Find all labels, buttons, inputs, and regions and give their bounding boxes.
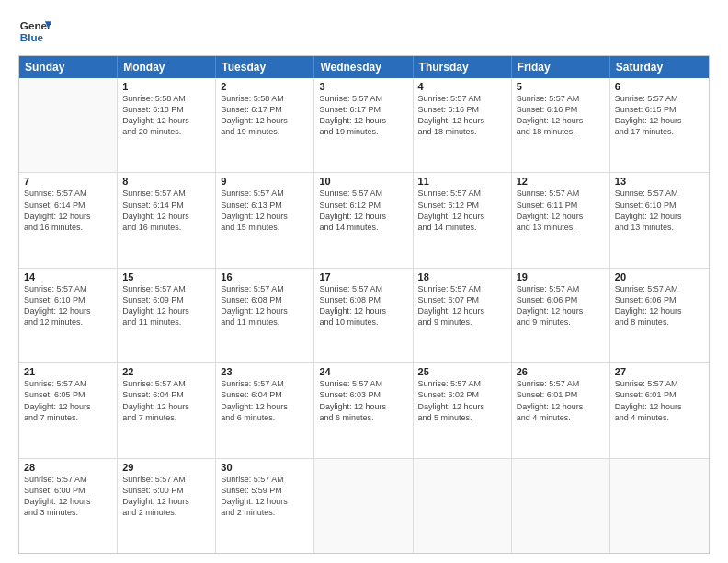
header-day-wednesday: Wednesday: [314, 56, 413, 78]
header-day-sunday: Sunday: [19, 56, 118, 78]
calendar-cell: [414, 459, 512, 553]
day-info: Sunrise: 5:57 AM Sunset: 6:12 PM Dayligh…: [418, 188, 506, 233]
calendar-cell: 13Sunrise: 5:57 AM Sunset: 6:10 PM Dayli…: [610, 173, 709, 267]
day-info: Sunrise: 5:57 AM Sunset: 6:10 PM Dayligh…: [615, 188, 704, 233]
day-number: 9: [221, 176, 309, 187]
day-number: 19: [517, 271, 605, 282]
calendar-cell: 11Sunrise: 5:57 AM Sunset: 6:12 PM Dayli…: [414, 173, 512, 267]
day-number: 14: [24, 271, 112, 282]
calendar-cell: 19Sunrise: 5:57 AM Sunset: 6:06 PM Dayli…: [512, 269, 610, 362]
day-number: 21: [24, 366, 112, 377]
calendar-cell: 1Sunrise: 5:58 AM Sunset: 6:18 PM Daylig…: [118, 78, 216, 172]
day-number: 29: [122, 462, 210, 473]
day-info: Sunrise: 5:57 AM Sunset: 6:13 PM Dayligh…: [221, 188, 309, 233]
calendar-cell: 20Sunrise: 5:57 AM Sunset: 6:06 PM Dayli…: [610, 269, 709, 362]
calendar-body: 1Sunrise: 5:58 AM Sunset: 6:18 PM Daylig…: [19, 78, 709, 553]
day-number: 16: [221, 271, 309, 282]
day-number: 23: [221, 366, 309, 377]
day-info: Sunrise: 5:57 AM Sunset: 6:16 PM Dayligh…: [418, 93, 506, 138]
day-number: 4: [418, 81, 506, 92]
day-number: 22: [122, 366, 210, 377]
day-info: Sunrise: 5:57 AM Sunset: 6:12 PM Dayligh…: [319, 188, 407, 233]
day-info: Sunrise: 5:57 AM Sunset: 6:10 PM Dayligh…: [24, 283, 112, 328]
day-number: 1: [122, 81, 210, 92]
header-day-friday: Friday: [512, 56, 610, 78]
day-info: Sunrise: 5:57 AM Sunset: 6:01 PM Dayligh…: [615, 378, 704, 423]
page: General Blue SundayMondayTuesdayWednesda…: [0, 0, 728, 563]
day-info: Sunrise: 5:57 AM Sunset: 6:14 PM Dayligh…: [24, 188, 112, 233]
calendar-cell: [314, 459, 413, 553]
day-number: 13: [615, 176, 704, 187]
calendar-cell: 25Sunrise: 5:57 AM Sunset: 6:02 PM Dayli…: [414, 363, 512, 457]
day-number: 24: [319, 366, 407, 377]
day-number: 30: [221, 462, 309, 473]
day-info: Sunrise: 5:57 AM Sunset: 6:04 PM Dayligh…: [122, 378, 210, 423]
day-number: 3: [319, 81, 407, 92]
day-number: 2: [221, 81, 309, 92]
calendar-cell: 8Sunrise: 5:57 AM Sunset: 6:14 PM Daylig…: [118, 173, 216, 267]
calendar-cell: 5Sunrise: 5:57 AM Sunset: 6:16 PM Daylig…: [512, 78, 610, 172]
calendar-cell: 2Sunrise: 5:58 AM Sunset: 6:17 PM Daylig…: [216, 78, 314, 172]
day-number: 7: [24, 176, 112, 187]
header-day-tuesday: Tuesday: [216, 56, 314, 78]
day-info: Sunrise: 5:57 AM Sunset: 6:05 PM Dayligh…: [24, 378, 112, 423]
svg-text:General: General: [20, 19, 51, 31]
logo-icon: General Blue: [18, 15, 51, 48]
calendar-cell: 30Sunrise: 5:57 AM Sunset: 5:59 PM Dayli…: [216, 459, 314, 553]
calendar-cell: 4Sunrise: 5:57 AM Sunset: 6:16 PM Daylig…: [414, 78, 512, 172]
calendar-row-4: 28Sunrise: 5:57 AM Sunset: 6:00 PM Dayli…: [19, 459, 709, 553]
calendar-cell: 6Sunrise: 5:57 AM Sunset: 6:15 PM Daylig…: [610, 78, 709, 172]
day-info: Sunrise: 5:57 AM Sunset: 6:00 PM Dayligh…: [24, 474, 112, 519]
calendar-cell: 7Sunrise: 5:57 AM Sunset: 6:14 PM Daylig…: [19, 173, 118, 267]
day-info: Sunrise: 5:58 AM Sunset: 6:18 PM Dayligh…: [122, 93, 210, 138]
day-info: Sunrise: 5:57 AM Sunset: 6:14 PM Dayligh…: [122, 188, 210, 233]
day-info: Sunrise: 5:57 AM Sunset: 6:17 PM Dayligh…: [319, 93, 407, 138]
calendar-cell: [610, 459, 709, 553]
day-number: 26: [517, 366, 605, 377]
header-day-thursday: Thursday: [414, 56, 512, 78]
header: General Blue: [18, 15, 710, 48]
calendar-cell: 27Sunrise: 5:57 AM Sunset: 6:01 PM Dayli…: [610, 363, 709, 457]
calendar-cell: 17Sunrise: 5:57 AM Sunset: 6:08 PM Dayli…: [314, 269, 413, 362]
calendar-cell: 22Sunrise: 5:57 AM Sunset: 6:04 PM Dayli…: [118, 363, 216, 457]
calendar-cell: 23Sunrise: 5:57 AM Sunset: 6:04 PM Dayli…: [216, 363, 314, 457]
calendar-cell: 24Sunrise: 5:57 AM Sunset: 6:03 PM Dayli…: [314, 363, 413, 457]
day-info: Sunrise: 5:57 AM Sunset: 6:08 PM Dayligh…: [221, 283, 309, 328]
calendar-cell: 9Sunrise: 5:57 AM Sunset: 6:13 PM Daylig…: [216, 173, 314, 267]
day-number: 17: [319, 271, 407, 282]
day-info: Sunrise: 5:57 AM Sunset: 6:11 PM Dayligh…: [517, 188, 605, 233]
day-number: 20: [615, 271, 704, 282]
day-number: 6: [615, 81, 704, 92]
day-number: 18: [418, 271, 506, 282]
calendar-cell: 3Sunrise: 5:57 AM Sunset: 6:17 PM Daylig…: [314, 78, 413, 172]
calendar: SundayMondayTuesdayWednesdayThursdayFrid…: [18, 55, 710, 554]
calendar-cell: 12Sunrise: 5:57 AM Sunset: 6:11 PM Dayli…: [512, 173, 610, 267]
day-info: Sunrise: 5:57 AM Sunset: 6:03 PM Dayligh…: [319, 378, 407, 423]
day-info: Sunrise: 5:57 AM Sunset: 6:08 PM Dayligh…: [319, 283, 407, 328]
day-info: Sunrise: 5:57 AM Sunset: 6:04 PM Dayligh…: [221, 378, 309, 423]
day-info: Sunrise: 5:57 AM Sunset: 6:06 PM Dayligh…: [615, 283, 704, 328]
calendar-cell: 21Sunrise: 5:57 AM Sunset: 6:05 PM Dayli…: [19, 363, 118, 457]
day-number: 11: [418, 176, 506, 187]
calendar-cell: 14Sunrise: 5:57 AM Sunset: 6:10 PM Dayli…: [19, 269, 118, 362]
calendar-header: SundayMondayTuesdayWednesdayThursdayFrid…: [19, 56, 709, 78]
day-number: 10: [319, 176, 407, 187]
day-number: 12: [517, 176, 605, 187]
calendar-cell: 26Sunrise: 5:57 AM Sunset: 6:01 PM Dayli…: [512, 363, 610, 457]
day-info: Sunrise: 5:57 AM Sunset: 6:01 PM Dayligh…: [517, 378, 605, 423]
calendar-cell: 16Sunrise: 5:57 AM Sunset: 6:08 PM Dayli…: [216, 269, 314, 362]
calendar-cell: [512, 459, 610, 553]
logo: General Blue: [18, 15, 51, 48]
header-day-saturday: Saturday: [610, 56, 709, 78]
calendar-row-1: 7Sunrise: 5:57 AM Sunset: 6:14 PM Daylig…: [19, 173, 709, 268]
calendar-cell: 29Sunrise: 5:57 AM Sunset: 6:00 PM Dayli…: [118, 459, 216, 553]
header-day-monday: Monday: [118, 56, 216, 78]
day-info: Sunrise: 5:57 AM Sunset: 6:16 PM Dayligh…: [517, 93, 605, 138]
calendar-row-2: 14Sunrise: 5:57 AM Sunset: 6:10 PM Dayli…: [19, 269, 709, 363]
day-number: 15: [122, 271, 210, 282]
calendar-cell: 18Sunrise: 5:57 AM Sunset: 6:07 PM Dayli…: [414, 269, 512, 362]
day-number: 28: [24, 462, 112, 473]
day-number: 27: [615, 366, 704, 377]
day-info: Sunrise: 5:57 AM Sunset: 6:02 PM Dayligh…: [418, 378, 506, 423]
day-info: Sunrise: 5:58 AM Sunset: 6:17 PM Dayligh…: [221, 93, 309, 138]
